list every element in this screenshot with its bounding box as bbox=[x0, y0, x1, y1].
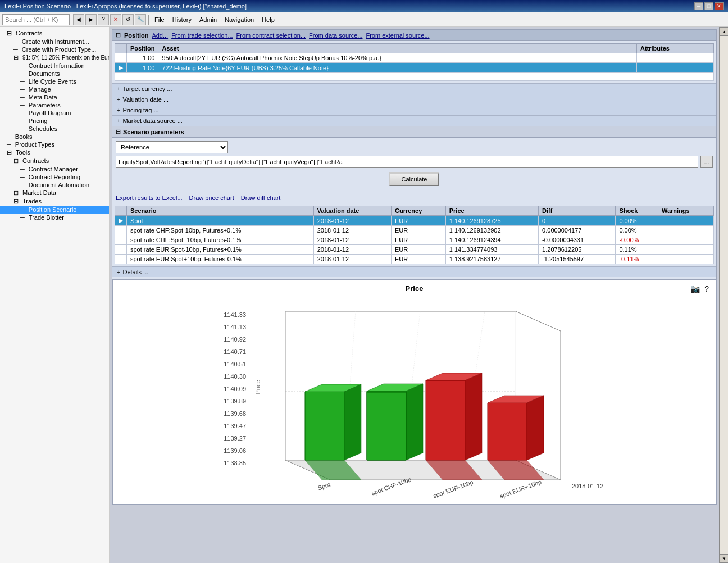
sidebar-item-schedules[interactable]: ─ Schedules bbox=[0, 125, 109, 133]
details-row[interactable]: + Details ... bbox=[112, 266, 716, 277]
target-currency-row[interactable]: + Target currency ... bbox=[112, 83, 716, 94]
sidebar-item-market-data[interactable]: ⊞ Market Data bbox=[0, 189, 109, 197]
menu-history[interactable]: History bbox=[169, 15, 195, 24]
sidebar-item-lifecycle[interactable]: ─ Life Cycle Events bbox=[0, 78, 109, 85]
result-row[interactable]: spot rate EUR:Spot+10bp, Futures-0.1% 20… bbox=[115, 255, 714, 264]
col-position: Position bbox=[127, 44, 158, 53]
svg-marker-35 bbox=[367, 392, 406, 460]
from-external-link[interactable]: From external source... bbox=[366, 32, 429, 39]
menu-bar: ◀ ▶ ? ✕ ↺ 🔧 File History Admin Navigatio… bbox=[0, 12, 728, 27]
svg-marker-39 bbox=[488, 403, 527, 460]
result-diff: 1.2078612205 bbox=[539, 245, 616, 255]
price-chart-svg: 1141.33 1141.13 1140.92 1140.71 1140.51 … bbox=[212, 297, 617, 500]
menu-navigation[interactable]: Navigation bbox=[221, 15, 257, 24]
from-data-source-link[interactable]: From data source... bbox=[309, 32, 362, 39]
add-link[interactable]: Add... bbox=[152, 32, 168, 39]
result-valdate: 2018-01-12 bbox=[313, 226, 391, 235]
sidebar-item-contract-node[interactable]: ⊟ 91: 5Y, 11.25% Phoenix on the Eurostox… bbox=[0, 53, 109, 62]
sidebar-item-contract-reporting[interactable]: ─ Contract Reporting bbox=[0, 173, 109, 181]
attributes-value bbox=[636, 53, 713, 63]
plus-icon: + bbox=[117, 96, 120, 103]
draw-diff-link[interactable]: Draw diff chart bbox=[241, 194, 281, 201]
chart-controls: 📷 ? bbox=[690, 284, 709, 293]
result-row[interactable]: spot rate CHF:Spot+10bp, Futures-0.1% 20… bbox=[115, 235, 714, 245]
calculate-btn-container: Calculate bbox=[116, 170, 713, 188]
col-price: Price bbox=[445, 206, 538, 216]
main-layout: ⊟ Contracts ─ Create with Instrument... … bbox=[0, 27, 728, 563]
valuation-date-label: Valuation date ... bbox=[122, 96, 169, 103]
sidebar-item-trade-blotter[interactable]: ─ Trade Blotter bbox=[0, 214, 109, 221]
draw-price-link[interactable]: Draw price chart bbox=[189, 194, 234, 201]
search-input[interactable] bbox=[2, 14, 70, 25]
sidebar-item-create-product[interactable]: ─ Create with Product Type... bbox=[0, 46, 109, 53]
scenario-input[interactable] bbox=[116, 156, 698, 168]
export-excel-link[interactable]: Export results to Excel... bbox=[116, 194, 183, 201]
sidebar-item-payoff[interactable]: ─ Payoff Diagram bbox=[0, 109, 109, 117]
valuation-date-row[interactable]: + Valuation date ... bbox=[112, 94, 716, 105]
svg-text:1141.13: 1141.13 bbox=[224, 324, 246, 330]
minimize-button[interactable]: ─ bbox=[694, 2, 703, 10]
sidebar-item-create-instrument[interactable]: ─ Create with Instrument... bbox=[0, 38, 109, 46]
scenario-dropdown-row: Reference Custom bbox=[116, 141, 713, 153]
svg-text:1139.06: 1139.06 bbox=[224, 447, 246, 454]
scroll-track[interactable] bbox=[720, 36, 728, 554]
result-row[interactable]: ▶ Spot 2018-01-12 EUR 1 140.1269128725 0… bbox=[115, 216, 714, 226]
scroll-down-button[interactable]: ▼ bbox=[720, 554, 728, 563]
sidebar-item-contract-manager[interactable]: ─ Contract Manager bbox=[0, 165, 109, 173]
back-button[interactable]: ◀ bbox=[73, 14, 84, 25]
pricing-tag-row[interactable]: + Pricing tag ... bbox=[112, 105, 716, 115]
sidebar-item-metadata[interactable]: ─ Meta Data bbox=[0, 93, 109, 101]
sidebar-item-documents[interactable]: ─ Documents bbox=[0, 70, 109, 78]
help-button[interactable]: ? bbox=[98, 14, 109, 25]
scroll-up-button[interactable]: ▲ bbox=[720, 27, 728, 36]
result-scenario: Spot bbox=[127, 216, 314, 226]
sidebar-item-tools[interactable]: ⊟ Tools bbox=[0, 148, 109, 157]
from-trade-link[interactable]: From trade selection... bbox=[171, 32, 233, 39]
forward-button[interactable]: ▶ bbox=[85, 14, 97, 25]
stop-button[interactable]: ✕ bbox=[110, 14, 121, 25]
result-warnings bbox=[658, 216, 713, 226]
table-row[interactable]: ▶ 1.00 722:Floating Rate Note{6Y EUR (UB… bbox=[115, 63, 714, 73]
position-collapse-icon[interactable]: ⊟ bbox=[116, 31, 121, 39]
maximize-button[interactable]: □ bbox=[704, 2, 713, 10]
result-shock: 0.00% bbox=[616, 226, 658, 235]
result-row[interactable]: spot rate EUR:Spot-10bp, Futures+0.1% 20… bbox=[115, 245, 714, 255]
sidebar-item-manage[interactable]: ─ Manage bbox=[0, 85, 109, 93]
menu-file[interactable]: File bbox=[151, 15, 168, 24]
svg-marker-29 bbox=[305, 392, 344, 460]
calculate-button[interactable]: Calculate bbox=[389, 172, 440, 186]
sidebar-item-contract-info[interactable]: ─ Contract Information bbox=[0, 62, 109, 70]
title-bar: LexiFi Position Scenario - LexiFi Apropo… bbox=[0, 0, 728, 12]
result-row[interactable]: spot rate CHF:Spot-10bp, Futures+0.1% 20… bbox=[115, 226, 714, 235]
camera-button[interactable]: 📷 bbox=[690, 284, 700, 293]
sidebar-item-tools-contracts[interactable]: ⊟ Contracts bbox=[0, 157, 109, 165]
result-currency: EUR bbox=[391, 235, 445, 245]
result-shock: -0.11% bbox=[616, 255, 658, 264]
dots-button[interactable]: ... bbox=[700, 156, 713, 168]
sidebar-item-contracts[interactable]: ⊟ Contracts bbox=[0, 29, 109, 38]
svg-text:1140.51: 1140.51 bbox=[224, 361, 246, 367]
scenario-dropdown[interactable]: Reference Custom bbox=[116, 141, 228, 153]
sidebar-item-position-scenario[interactable]: ─ Position Scenario bbox=[0, 206, 109, 214]
sidebar: ⊟ Contracts ─ Create with Instrument... … bbox=[0, 27, 110, 563]
menu-admin[interactable]: Admin bbox=[196, 15, 220, 24]
settings-button[interactable]: 🔧 bbox=[135, 14, 146, 25]
menu-help[interactable]: Help bbox=[258, 15, 278, 24]
market-data-source-row[interactable]: + Market data source ... bbox=[112, 115, 716, 126]
scenario-params-header[interactable]: ⊟ Scenario parameters bbox=[112, 126, 716, 137]
result-price: 1 140.1269132902 bbox=[445, 226, 538, 235]
sidebar-item-parameters[interactable]: ─ Parameters bbox=[0, 101, 109, 109]
sidebar-item-trades[interactable]: ⊟ Trades bbox=[0, 197, 109, 206]
result-diff: -0.0000004331 bbox=[539, 235, 616, 245]
sidebar-item-product-types[interactable]: ─ Product Types bbox=[0, 140, 109, 148]
close-button[interactable]: ✕ bbox=[715, 2, 724, 10]
refresh-button[interactable]: ↺ bbox=[122, 14, 134, 25]
sidebar-item-books[interactable]: ─ Books bbox=[0, 133, 109, 140]
svg-text:1141.33: 1141.33 bbox=[224, 311, 246, 318]
help-chart-button[interactable]: ? bbox=[704, 284, 709, 293]
window-title: LexiFi Position Scenario - LexiFi Apropo… bbox=[4, 3, 247, 10]
sidebar-item-doc-automation[interactable]: ─ Document Automation bbox=[0, 181, 109, 189]
table-row[interactable]: 1.00 950:Autocall{2Y EUR (SG) Autocall P… bbox=[115, 53, 714, 63]
sidebar-item-pricing[interactable]: ─ Pricing bbox=[0, 117, 109, 125]
from-contract-link[interactable]: From contract selection... bbox=[236, 32, 306, 39]
